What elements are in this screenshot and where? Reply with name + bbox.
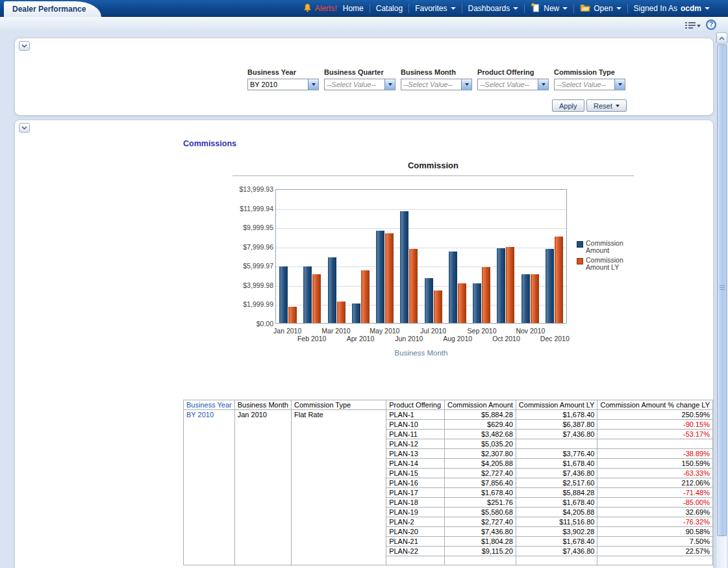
filter-commission-type: Commission Type --Select Value-- — [554, 68, 625, 90]
bar-amount-ly-jul-2010[interactable] — [434, 290, 442, 323]
dashboard-tab-dealer-performance[interactable]: Dealer Performance — [4, 1, 101, 17]
separator — [462, 4, 462, 13]
column-header-product-offering[interactable]: Product Offering — [386, 400, 445, 410]
bar-amount-mar-2010[interactable] — [328, 257, 336, 323]
open-label: Open — [594, 4, 612, 13]
bar-chart-plot-area — [275, 189, 567, 324]
bar-amount-ly-nov-2010[interactable] — [531, 274, 539, 323]
bar-amount-ly-aug-2010[interactable] — [458, 283, 466, 323]
collapse-section-button[interactable] — [19, 123, 30, 133]
bar-amount-sep-2010[interactable] — [473, 283, 481, 323]
amount-cell: $2,307.80 — [444, 449, 516, 459]
chart-bars — [276, 190, 566, 323]
column-header-commission-type[interactable]: Commission Type — [291, 400, 386, 410]
legend-swatch-commission-amount — [577, 241, 583, 248]
chevron-down-icon — [465, 83, 469, 88]
dropdown-arrow-button[interactable] — [461, 79, 471, 90]
plan-cell: PLAN-11 — [386, 430, 445, 439]
bar-amount-aug-2010[interactable] — [449, 252, 457, 323]
signed-in-menu[interactable]: Signed In As ocdm — [634, 4, 710, 13]
amount-ly-cell: $11,516.80 — [516, 517, 597, 527]
dropdown-arrow-button[interactable] — [538, 79, 548, 90]
dashboards-menu[interactable]: Dashboards — [468, 4, 519, 13]
chevron-down-icon — [616, 7, 621, 12]
reset-button[interactable]: Reset — [586, 99, 627, 112]
business-month-select[interactable]: --Select Value-- — [401, 79, 472, 90]
table-header-row: Business YearBusiness MonthCommission Ty… — [184, 400, 713, 410]
scroll-up-button[interactable] — [716, 32, 727, 44]
bar-amount-dec-2010[interactable] — [546, 249, 554, 323]
open-folder-icon — [580, 3, 590, 14]
filter-business-quarter: Business Quarter --Select Value-- — [324, 68, 395, 90]
catalog-link[interactable]: Catalog — [376, 4, 403, 13]
bar-amount-ly-jun-2010[interactable] — [409, 249, 418, 323]
bar-amount-jun-2010[interactable] — [400, 211, 408, 323]
new-menu[interactable]: New — [531, 3, 568, 14]
bar-amount-oct-2010[interactable] — [497, 248, 505, 323]
bar-amount-ly-oct-2010[interactable] — [506, 247, 514, 323]
collapse-section-button[interactable] — [19, 41, 30, 51]
favorites-menu[interactable]: Favorites — [415, 4, 455, 13]
bar-group-feb-2010 — [300, 190, 324, 323]
legend-label: Commission Amount — [586, 240, 627, 255]
page-options-button[interactable] — [685, 21, 701, 29]
bar-amount-apr-2010[interactable] — [352, 303, 360, 323]
y-axis-tick: $11,999.94 — [221, 205, 273, 213]
business-year-select[interactable]: BY 2010 — [247, 79, 319, 90]
dropdown-arrow-button[interactable] — [614, 79, 625, 90]
amount-cell: $251.76 — [444, 498, 516, 508]
page-options-icon — [685, 21, 696, 29]
group-cell-business-year[interactable]: BY 2010 — [184, 410, 235, 565]
bar-amount-ly-dec-2010[interactable] — [555, 237, 563, 323]
bar-amount-ly-sep-2010[interactable] — [482, 267, 490, 323]
column-header-business-month[interactable]: Business Month — [234, 400, 291, 410]
vertical-scrollbar[interactable] — [716, 32, 727, 568]
x-axis-tick: Apr 2010 — [338, 335, 383, 342]
reset-label: Reset — [594, 102, 612, 110]
chevron-down-icon — [21, 126, 27, 130]
x-axis-tick: Aug 2010 — [435, 335, 481, 342]
x-axis-tick: Feb 2010 — [289, 335, 334, 342]
bar-amount-may-2010[interactable] — [376, 231, 384, 323]
bar-amount-feb-2010[interactable] — [303, 266, 312, 323]
y-axis-tick: $3,999.98 — [221, 281, 273, 289]
commission-type-select[interactable]: --Select Value-- — [554, 79, 625, 90]
bar-amount-ly-mar-2010[interactable] — [337, 302, 345, 323]
dropdown-arrow-button[interactable] — [308, 79, 318, 90]
bar-amount-ly-feb-2010[interactable] — [312, 274, 321, 323]
apply-button[interactable]: Apply — [552, 99, 584, 112]
bar-amount-jul-2010[interactable] — [425, 278, 433, 323]
plan-cell: PLAN-18 — [386, 498, 445, 508]
amount-ly-cell: $1,678.40 — [516, 410, 597, 420]
business-quarter-select[interactable]: --Select Value-- — [324, 79, 395, 90]
column-header-commission-amount[interactable]: Commission Amount — [444, 400, 516, 410]
y-axis-tick: $1,999.99 — [221, 300, 273, 308]
pct-change-cell: 32.69% — [597, 508, 713, 517]
bar-amount-ly-may-2010[interactable] — [385, 233, 394, 323]
column-header-commission-amount-ly[interactable]: Commission Amount LY — [516, 400, 597, 410]
bar-amount-nov-2010[interactable] — [521, 274, 530, 323]
bar-amount-ly-apr-2010[interactable] — [361, 270, 370, 323]
results-table-container: Business YearBusiness MonthCommission Ty… — [183, 400, 713, 565]
column-header-commission-amount-change-ly[interactable]: Commission Amount % change LY — [597, 400, 713, 410]
dropdown-arrow-button[interactable] — [384, 79, 395, 90]
chevron-down-icon — [542, 83, 546, 88]
bar-amount-ly-jan-2010[interactable] — [288, 307, 297, 323]
legend-entry: Commission Amount LY — [577, 257, 627, 272]
group-cell-commission-type: Flat Rate — [291, 410, 386, 565]
x-axis-tick: Jan 2010 — [265, 327, 310, 335]
bar-group-oct-2010 — [494, 190, 518, 323]
scrollbar-thumb[interactable] — [717, 44, 727, 536]
x-axis-tick: Jun 2010 — [386, 335, 432, 342]
home-link[interactable]: Home — [343, 4, 364, 13]
x-axis-tick: Sep 2010 — [459, 327, 505, 335]
pct-change-cell: -38.89% — [597, 449, 713, 459]
amount-ly-cell: $7,436.80 — [516, 547, 597, 556]
open-menu[interactable]: Open — [580, 3, 621, 14]
product-offering-select[interactable]: --Select Value-- — [477, 79, 549, 90]
alerts-link[interactable]: Alerts! — [303, 3, 337, 14]
amount-cell: $5,884.28 — [444, 410, 516, 420]
help-button[interactable]: ? — [706, 19, 716, 30]
column-header-business-year[interactable]: Business Year — [184, 400, 235, 410]
bar-amount-jan-2010[interactable] — [279, 266, 288, 323]
